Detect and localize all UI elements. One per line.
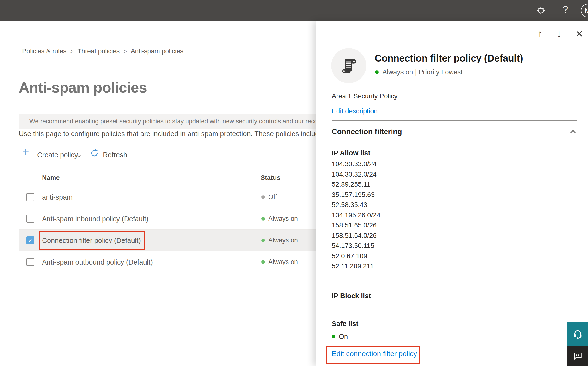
breadcrumb-anti-spam-policies[interactable]: Anti-spam policies xyxy=(131,48,183,55)
top-app-bar: ? M xyxy=(0,0,588,21)
page-title: Anti-spam policies xyxy=(19,79,147,96)
ip-address: 104.30.33.0/24 xyxy=(332,160,380,170)
row-checkbox[interactable] xyxy=(26,258,34,266)
breadcrumb-threat-policies[interactable]: Threat policies xyxy=(78,48,120,55)
section-connection-filtering: Connection filtering xyxy=(332,128,402,136)
safe-list-value: On xyxy=(339,333,348,341)
status-text: Off xyxy=(268,193,277,201)
flyout-status-line: Always on | Priority Lowest xyxy=(375,68,463,76)
banner-text: We recommend enabling preset security po… xyxy=(29,118,319,125)
page-intro-text: Use this page to configure policies that… xyxy=(19,130,319,138)
status-dot-on xyxy=(261,238,265,242)
status-text: Always on xyxy=(268,237,298,244)
edit-connection-filter-policy-link[interactable]: Edit connection filter policy xyxy=(332,350,417,358)
status-dot-on xyxy=(261,260,265,264)
policy-avatar xyxy=(331,48,366,83)
ip-allow-list-label: IP Allow list xyxy=(332,149,370,157)
ip-address: 52.58.35.43 xyxy=(332,201,380,211)
close-icon[interactable]: × xyxy=(576,26,583,41)
row-divider xyxy=(19,273,322,273)
row-checkbox-checked[interactable]: ✓ xyxy=(26,236,34,244)
status-cell: Always on xyxy=(261,237,298,244)
policy-description: Area 1 Security Policy xyxy=(332,92,397,100)
refresh-icon[interactable] xyxy=(90,149,99,158)
plus-icon[interactable]: + xyxy=(22,146,29,158)
ip-allow-list: 104.30.33.0/24 104.30.32.0/24 52.89.255.… xyxy=(332,160,380,273)
table-row[interactable]: anti-spam Off xyxy=(19,186,322,208)
headset-icon xyxy=(572,329,583,339)
next-item-arrow-icon[interactable]: ↓ xyxy=(557,26,562,41)
selection-highlight-box xyxy=(39,231,145,250)
ip-address: 52.11.209.211 xyxy=(332,262,380,273)
column-header-name[interactable]: Name xyxy=(42,174,60,182)
help-question-icon[interactable]: ? xyxy=(561,4,570,15)
feedback-button[interactable] xyxy=(567,346,588,366)
toolbar-divider xyxy=(19,143,319,143)
recommendation-banner: We recommend enabling preset security po… xyxy=(19,114,319,129)
breadcrumb: Policies & rules > Threat policies > Ant… xyxy=(22,48,183,55)
status-dot-on xyxy=(261,217,265,221)
column-header-status[interactable]: Status xyxy=(261,174,280,182)
flyout-status-text: Always on | Priority Lowest xyxy=(382,68,463,76)
status-dot-always-on xyxy=(375,70,379,74)
status-text: Always on xyxy=(268,258,298,266)
flyout-title: Connection filter policy (Default) xyxy=(375,53,581,64)
ip-address: 158.51.65.0/26 xyxy=(332,221,380,232)
breadcrumb-separator: > xyxy=(70,48,74,55)
status-dot-off xyxy=(261,195,265,199)
ip-address: 54.173.50.115 xyxy=(332,242,380,252)
ip-address: 134.195.26.0/24 xyxy=(332,211,380,222)
table-row[interactable]: Anti-spam outbound policy (Default) Alwa… xyxy=(19,251,322,273)
policy-details-flyout: ↑ ↓ × Connection filter policy (Default)… xyxy=(316,21,588,366)
status-cell: Off xyxy=(261,193,277,201)
policy-name[interactable]: anti-spam xyxy=(42,193,73,201)
ip-address: 52.0.67.109 xyxy=(332,252,380,263)
flyout-divider xyxy=(332,120,577,121)
account-avatar[interactable]: M xyxy=(581,4,588,17)
status-cell: Always on xyxy=(261,258,298,266)
table-row-selected[interactable]: ✓ Connection filter policy (Default) Alw… xyxy=(19,230,322,251)
safe-list-label: Safe list xyxy=(332,320,358,328)
row-checkbox[interactable] xyxy=(26,215,34,223)
ip-address: 158.51.64.0/26 xyxy=(332,232,380,242)
policy-name[interactable]: Anti-spam inbound policy (Default) xyxy=(42,215,148,223)
status-text: Always on xyxy=(268,215,298,222)
table-row[interactable]: Anti-spam inbound policy (Default) Alway… xyxy=(19,208,322,230)
app-window: ? M Policies & rules > Threat policies >… xyxy=(0,0,588,366)
settings-gear-icon[interactable] xyxy=(537,6,545,15)
collapse-chevron-up-icon[interactable] xyxy=(570,130,576,136)
previous-item-arrow-icon[interactable]: ↑ xyxy=(537,26,542,41)
edit-description-link[interactable]: Edit description xyxy=(332,107,378,115)
row-checkbox[interactable] xyxy=(26,193,34,201)
breadcrumb-separator: > xyxy=(124,48,127,55)
ip-address: 52.89.255.11 xyxy=(332,181,380,191)
status-dot-on xyxy=(332,335,335,338)
policy-name[interactable]: Anti-spam outbound policy (Default) xyxy=(42,258,153,266)
feedback-chat-icon xyxy=(573,351,582,361)
safe-list-status: On xyxy=(332,333,348,341)
create-policy-button[interactable]: Create policy xyxy=(37,151,78,159)
breadcrumb-policies-rules[interactable]: Policies & rules xyxy=(22,48,66,55)
refresh-button[interactable]: Refresh xyxy=(103,151,127,159)
ip-address: 104.30.32.0/24 xyxy=(332,170,380,181)
policy-scroll-icon xyxy=(339,56,359,76)
ip-address: 35.157.195.63 xyxy=(332,191,380,201)
ip-block-list-label: IP Block list xyxy=(332,292,371,300)
status-cell: Always on xyxy=(261,215,298,222)
support-button[interactable] xyxy=(567,322,588,346)
